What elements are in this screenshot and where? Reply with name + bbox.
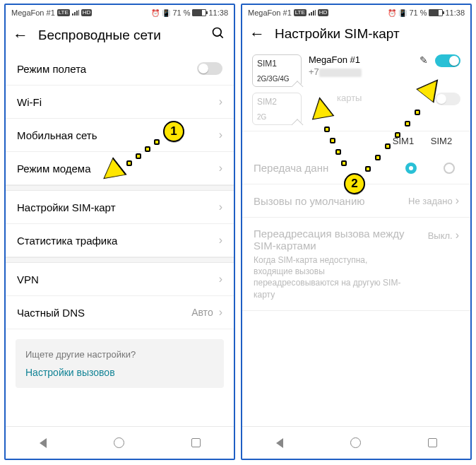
dns-value: Авто (191, 307, 213, 318)
clock: 11:38 (445, 8, 465, 17)
row-label: Режим модема (17, 163, 91, 175)
hd-badge: HD (318, 9, 329, 16)
section-divider (6, 185, 234, 191)
app-header: ← Беспроводные сети (6, 20, 234, 52)
hint-card: Ищете другие настройки? Настройки вызово… (16, 339, 224, 388)
annotation-dash (375, 155, 381, 160)
sim2-modes: 2G (257, 113, 297, 121)
row-airplane-mode[interactable]: Режим полета (6, 52, 234, 86)
sim1-slot-label: SIM1 (257, 59, 297, 69)
forwarding-value: Выкл. (428, 230, 453, 241)
col-sim2: SIM2 (422, 136, 460, 146)
chevron-right-icon: › (219, 201, 222, 213)
battery-pct: 71 % (172, 8, 190, 17)
nav-recent-icon[interactable] (191, 438, 201, 447)
row-label: VPN (17, 273, 39, 286)
annotation-badge-2: 2 (344, 173, 365, 194)
nav-home-icon[interactable] (350, 437, 361, 448)
sim2-slot-label: SIM2 (257, 97, 297, 107)
row-vpn[interactable]: VPN › (6, 263, 234, 296)
hint-question: Ищете другие настройки? (25, 349, 214, 360)
redacted-number (319, 69, 362, 77)
vibrate-icon (162, 8, 170, 17)
row-mobile-network[interactable]: Мобильная сеть › (6, 119, 234, 152)
lte-badge: LTE (57, 9, 70, 16)
annotation-dash (126, 160, 132, 166)
sim1-name: MegaFon #1 (309, 54, 405, 65)
annotation-dash (341, 160, 347, 166)
chevron-right-icon: › (219, 95, 222, 108)
chevron-right-icon: › (219, 129, 222, 141)
row-label: Частный DNS (17, 307, 85, 319)
sim1-modes: 2G/3G/4G (257, 75, 297, 83)
chevron-right-icon: › (219, 273, 222, 286)
hd-badge: HD (81, 9, 93, 16)
chevron-right-icon: › (219, 162, 222, 175)
default-calls-value: Не задано (408, 196, 453, 206)
vibrate-icon (398, 8, 407, 17)
sim1-info: MegaFon #1 +7 (309, 54, 405, 77)
row-label: Передача данн (254, 162, 328, 174)
signal-icon (72, 10, 79, 16)
status-bar: MegaFon #1 LTE HD 71 % 11:38 (6, 5, 234, 20)
row-call-forwarding[interactable]: Переадресация вызова между SIM-картами К… (242, 218, 470, 311)
annotation-dash (154, 139, 160, 145)
sim-columns-header: SIM1 SIM2 (242, 131, 470, 152)
hint-link-call-settings[interactable]: Настройки вызовов (25, 367, 214, 378)
annotation-dash (385, 143, 391, 149)
phone-right: MegaFon #1 LTE HD 71 % 11:38 ← Настройки… (241, 4, 472, 460)
svg-point-0 (213, 28, 222, 37)
row-traffic-stats[interactable]: Статистика трафика › (6, 224, 234, 257)
sim2-card[interactable]: SIM2 2G (252, 93, 302, 125)
nav-back-icon[interactable] (40, 438, 47, 448)
annotation-dash (324, 126, 330, 132)
system-nav (6, 426, 234, 459)
svg-line-1 (220, 35, 223, 38)
row-subtext: Когда SIM-карта недоступна, входящие выз… (254, 254, 409, 300)
annotation-dash (145, 146, 150, 152)
edit-icon[interactable]: ✎ (420, 54, 428, 66)
airplane-toggle[interactable] (197, 62, 222, 75)
section-divider (6, 257, 234, 263)
back-icon[interactable]: ← (13, 28, 28, 43)
sim2-name: карты (337, 93, 428, 103)
row-wifi[interactable]: Wi-Fi › (6, 86, 234, 119)
row-label: Переадресация вызова между SIM-картами (254, 228, 428, 252)
back-icon[interactable]: ← (249, 26, 265, 42)
sim1-toggle[interactable] (435, 54, 460, 67)
clock: 11:38 (208, 8, 228, 17)
annotation-dash (330, 138, 335, 143)
chevron-right-icon: › (456, 229, 459, 242)
annotation-dash (136, 153, 141, 159)
row-label: Режим полета (17, 63, 86, 75)
search-icon[interactable] (211, 26, 225, 44)
app-header: ← Настройки SIM-карт (242, 20, 470, 50)
alarm-icon (388, 8, 396, 17)
row-label: Мобильная сеть (17, 129, 97, 141)
annotation-dash (335, 149, 341, 155)
battery-pct: 71 % (409, 8, 427, 17)
lte-badge: LTE (294, 9, 307, 16)
nav-back-icon[interactable] (276, 438, 283, 448)
data-radio-sim1[interactable] (405, 163, 417, 174)
annotation-dash (395, 132, 400, 138)
nav-recent-icon[interactable] (428, 438, 437, 447)
row-label: Вызовы по умолчанию (254, 195, 365, 207)
sim1-card[interactable]: SIM1 2G/3G/4G (252, 54, 302, 87)
row-label: Статистика трафика (17, 235, 117, 247)
chevron-right-icon: › (219, 306, 222, 319)
sim1-number: +7 (309, 66, 405, 77)
data-radio-sim2[interactable] (444, 163, 455, 174)
chevron-right-icon: › (219, 234, 222, 247)
row-private-dns[interactable]: Частный DNS Авто › (6, 296, 234, 329)
battery-icon (192, 9, 206, 16)
carrier-label: MegaFon #1 (11, 8, 55, 17)
row-label: Настройки SIM-карт (17, 201, 116, 213)
page-title: Беспроводные сети (38, 28, 161, 43)
battery-icon (429, 9, 443, 16)
row-sim-settings[interactable]: Настройки SIM-карт › (6, 191, 234, 224)
annotation-dash (365, 166, 371, 172)
annotation-dash (405, 121, 410, 126)
phone-left: MegaFon #1 LTE HD 71 % 11:38 ← Беспровод… (4, 4, 235, 460)
nav-home-icon[interactable] (114, 437, 124, 448)
